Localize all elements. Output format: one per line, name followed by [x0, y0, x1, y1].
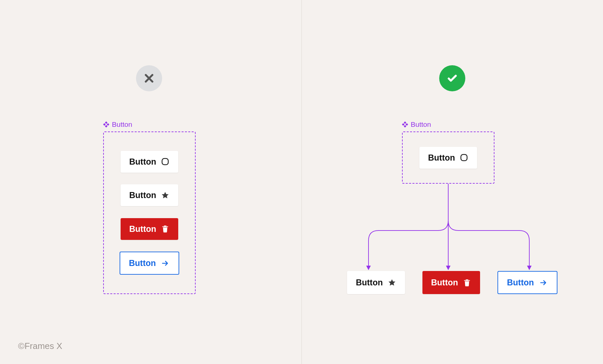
svg-rect-2: [107, 123, 109, 126]
button-label: Button: [129, 224, 156, 234]
svg-rect-0: [105, 121, 108, 124]
svg-rect-7: [406, 123, 408, 126]
component-frame: Button Button Button Button: [103, 131, 196, 294]
button-label: Button: [428, 153, 455, 163]
check-icon: [446, 72, 458, 84]
button-link[interactable]: Button: [120, 252, 180, 275]
component-label-text: Button: [411, 120, 431, 128]
bad-example-panel: Button Button Button Button Button: [0, 0, 302, 364]
component-cluster-icon: [402, 121, 408, 127]
variant-connector-lines: [302, 184, 603, 281]
button-label: Button: [129, 157, 156, 167]
footer-credit: ©Frames X: [18, 341, 62, 351]
component-label: Button: [402, 120, 431, 128]
button-label: Button: [507, 278, 534, 287]
star-icon: [388, 278, 396, 287]
arrow-right-icon: [539, 279, 548, 287]
variant-row: Button Button Button: [302, 271, 603, 294]
button-default[interactable]: Button: [121, 151, 179, 173]
component-label-text: Button: [112, 120, 132, 128]
svg-rect-1: [103, 123, 106, 126]
button-label: Button: [431, 278, 458, 287]
svg-rect-3: [105, 125, 108, 127]
button-link-variant[interactable]: Button: [497, 271, 557, 294]
rounded-square-icon: [161, 157, 170, 166]
svg-rect-5: [404, 121, 406, 124]
trash-icon: [463, 278, 471, 287]
svg-rect-4: [162, 159, 168, 165]
button-label: Button: [129, 258, 156, 268]
star-icon: [161, 191, 170, 200]
button-star-variant[interactable]: Button: [347, 271, 405, 294]
button-delete[interactable]: Button: [121, 218, 179, 240]
button-master[interactable]: Button: [419, 147, 477, 169]
good-example-panel: Button Button Button: [302, 0, 603, 364]
button-star[interactable]: Button: [121, 184, 179, 206]
component-cluster-icon: [103, 121, 109, 127]
svg-rect-9: [461, 155, 467, 161]
bad-status-dot: [136, 65, 162, 91]
trash-icon: [161, 224, 170, 233]
svg-rect-6: [402, 123, 404, 126]
button-label: Button: [129, 190, 156, 200]
component-label: Button: [103, 120, 132, 128]
svg-rect-8: [404, 125, 406, 127]
rounded-square-icon: [460, 153, 468, 162]
good-status-dot: [439, 65, 465, 91]
arrow-right-icon: [160, 259, 170, 267]
close-icon: [143, 73, 155, 84]
button-label: Button: [356, 278, 383, 287]
button-delete-variant[interactable]: Button: [422, 271, 480, 294]
master-component-frame: Button: [402, 131, 494, 184]
